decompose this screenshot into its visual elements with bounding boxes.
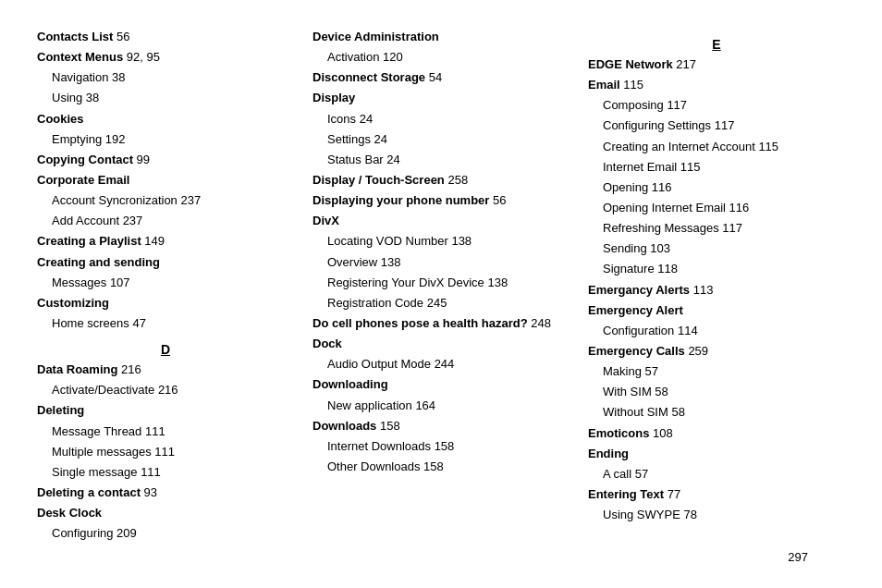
index-entry: Emergency Calls 259	[588, 342, 845, 361]
entry-sub-page: 158	[435, 439, 455, 453]
page-wrapper: Contacts List 56Context Menus 92, 95Navi…	[37, 28, 845, 582]
index-entry: Emptying 192	[37, 130, 294, 149]
index-entry: Deleting a contact 93	[37, 484, 294, 502]
entry-sub-page: 58	[655, 385, 668, 398]
entry-sub-term: Creating an Internet Account	[603, 140, 758, 153]
entry-term: Emergency Alert	[588, 303, 683, 317]
entry-page: 149	[144, 234, 165, 248]
entry-term: Emoticons	[588, 426, 653, 440]
entry-term: Disconnect Storage	[312, 70, 429, 84]
index-entry: Multiple messages 111	[37, 443, 294, 461]
index-entry: Email 115	[588, 76, 845, 94]
entry-sub-term: Messages	[52, 276, 110, 289]
index-entry: Single message 111	[37, 463, 294, 482]
entry-sub-term: Multiple messages	[52, 445, 154, 459]
entry-sub-term: Internet Email	[603, 160, 680, 174]
entry-term: Email	[588, 78, 623, 92]
index-entry: Home screens 47	[37, 314, 294, 333]
entry-sub-term: Using SWYPE	[603, 508, 683, 521]
entry-page: 259	[688, 344, 708, 358]
index-entry: Making 57	[588, 362, 845, 381]
entry-sub-page: 24	[360, 112, 373, 126]
entry-term: Display	[312, 91, 355, 104]
entry-term: Displaying your phone number	[312, 193, 493, 207]
entry-sub-term: Composing	[603, 98, 667, 112]
entry-sub-page: 107	[110, 276, 130, 289]
index-entry: Displaying your phone number 56	[312, 191, 570, 210]
entry-sub-page: 103	[650, 241, 670, 255]
entry-sub-term: Signature	[603, 262, 657, 276]
entry-term: EDGE Network	[588, 57, 676, 71]
entry-sub-term: Single message	[52, 465, 141, 479]
entry-sub-page: 111	[145, 424, 165, 438]
index-entry: Creating an Internet Account 115	[588, 138, 845, 156]
index-entry: With SIM 58	[588, 383, 845, 401]
index-entry: Configuration 114	[588, 322, 845, 340]
index-entry: Composing 117	[588, 96, 845, 115]
index-entry: Without SIM 58	[588, 403, 845, 422]
index-entry: Data Roaming 216	[37, 361, 294, 379]
entry-sub-term: A call	[603, 467, 635, 481]
index-entry: Audio Output Mode 244	[312, 355, 570, 374]
index-entry: Configuring Settings 117	[588, 116, 845, 135]
index-entry: Settings 24	[312, 130, 570, 149]
index-entry: Cookies	[37, 110, 294, 129]
index-entry: D	[37, 342, 294, 357]
index-entry: DivX	[312, 212, 570, 230]
entry-sub-term: With SIM	[603, 385, 655, 398]
entry-sub-page: 111	[154, 445, 175, 459]
entry-sub-page: 24	[386, 153, 399, 166]
entry-sub-page: 120	[383, 50, 403, 64]
entry-sub-page: 237	[123, 214, 143, 227]
index-entry: Creating and sending	[37, 253, 294, 272]
entry-sub-page: 57	[635, 467, 648, 481]
entry-term: Customizing	[37, 296, 109, 310]
index-columns: Contacts List 56Context Menus 92, 95Navi…	[37, 28, 845, 545]
entry-term: Ending	[588, 447, 629, 460]
index-entry: Ending	[588, 445, 845, 463]
index-entry: Icons 24	[312, 110, 570, 129]
entry-term: Corporate Email	[37, 173, 129, 187]
index-entry: Other Downloads 158	[312, 458, 570, 476]
entry-page: 115	[623, 78, 643, 92]
entry-sub-term: Registering Your DivX Device	[327, 276, 487, 289]
entry-sub-term: Using	[52, 91, 86, 104]
entry-term: Display / Touch-Screen	[312, 173, 447, 187]
entry-sub-term: Activate/Deactivate	[52, 383, 158, 397]
index-entry: Internet Email 115	[588, 158, 845, 177]
entry-term: Deleting	[37, 403, 84, 417]
entry-term: Emergency Calls	[588, 344, 688, 358]
index-entry: Registering Your DivX Device 138	[312, 274, 570, 292]
entry-sub-page: 138	[487, 276, 508, 289]
index-entry: Emergancy Alerts 113	[588, 281, 845, 300]
column-3: EEDGE Network 217Email 115Composing 117C…	[588, 28, 845, 545]
index-entry: Opening 116	[588, 178, 845, 197]
entry-sub-page: 117	[722, 221, 742, 235]
entry-sub-page: 245	[427, 296, 447, 310]
index-entry: Using 38	[37, 89, 294, 107]
index-entry: Signature 118	[588, 260, 845, 278]
entry-page: 93	[144, 485, 157, 499]
entry-term: Contacts List	[37, 30, 116, 43]
entry-sub-page: 78	[683, 508, 696, 521]
index-entry: Sending 103	[588, 239, 845, 258]
entry-term: Context Menus	[37, 50, 127, 64]
entry-term: Creating and sending	[37, 255, 160, 269]
index-entry: Customizing	[37, 294, 294, 312]
entry-sub-term: Configuring Settings	[603, 118, 715, 132]
entry-sub-page: 38	[86, 91, 99, 104]
index-entry: Context Menus 92, 95	[37, 48, 294, 67]
entry-page: 248	[531, 316, 551, 330]
index-entry: Emoticons 108	[588, 424, 845, 443]
index-entry: A call 57	[588, 465, 845, 484]
entry-sub-page: 138	[451, 234, 472, 248]
entry-sub-term: Message Thread	[52, 424, 145, 438]
entry-sub-page: 57	[645, 364, 658, 378]
index-entry: Registration Code 245	[312, 294, 570, 312]
entry-term: Dock	[312, 337, 342, 350]
index-entry: Corporate Email	[37, 171, 294, 190]
entry-sub-page: 216	[158, 383, 178, 397]
entry-sub-page: 138	[381, 255, 401, 269]
entry-sub-term: Activation	[327, 50, 383, 64]
entry-sub-term: Opening	[603, 180, 652, 194]
